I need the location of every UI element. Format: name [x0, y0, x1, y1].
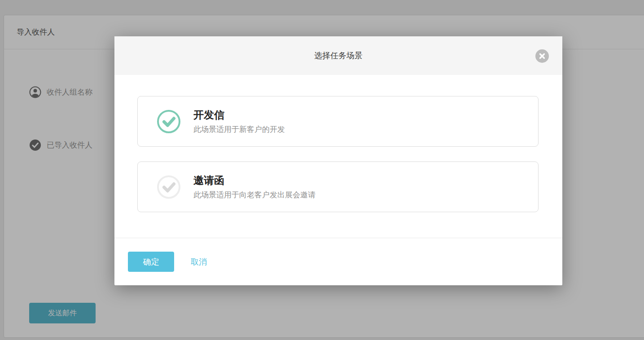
close-button[interactable] [535, 49, 549, 63]
option-title: 邀请函 [193, 175, 315, 186]
option-text: 开发信 此场景适用于新客户的开发 [193, 110, 285, 133]
select-task-scenario-dialog: 选择任务场景 开发信 此场景适用于新客户的开发 [114, 36, 562, 285]
option-card-development-letter[interactable]: 开发信 此场景适用于新客户的开发 [137, 96, 539, 147]
modal-title: 选择任务场景 [314, 50, 363, 61]
confirm-button[interactable]: 确定 [128, 252, 174, 272]
modal-body: 开发信 此场景适用于新客户的开发 邀请函 此场景适用于向老客户发出展会邀请 [114, 75, 562, 212]
option-description: 此场景适用于向老客户发出展会邀请 [193, 191, 315, 199]
unselected-check-icon [157, 175, 181, 199]
option-title: 开发信 [193, 110, 285, 120]
option-text: 邀请函 此场景适用于向老客户发出展会邀请 [193, 175, 315, 199]
cancel-link[interactable]: 取消 [191, 257, 207, 267]
option-card-invitation-letter[interactable]: 邀请函 此场景适用于向老客户发出展会邀请 [137, 161, 539, 212]
option-description: 此场景适用于新客户的开发 [193, 126, 285, 133]
modal-header: 选择任务场景 [114, 36, 562, 75]
close-icon [539, 53, 545, 59]
modal-footer: 确定 取消 [114, 238, 562, 285]
selected-check-icon [157, 109, 181, 134]
